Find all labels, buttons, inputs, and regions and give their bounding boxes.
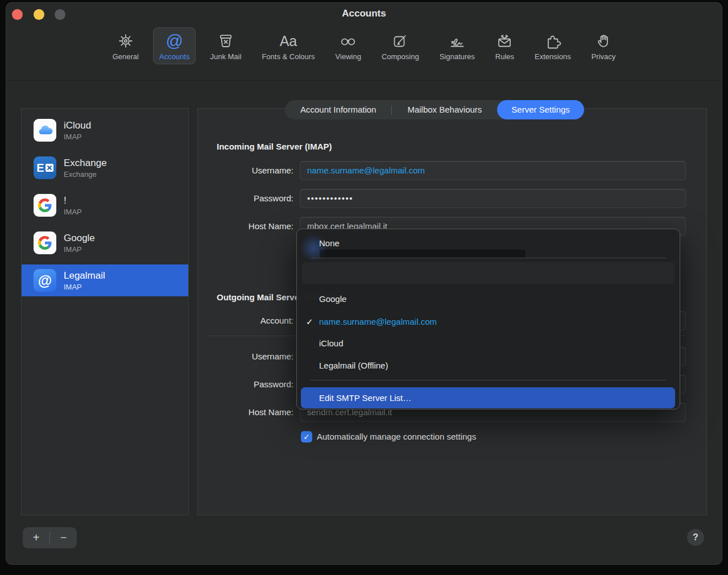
at-icon: @	[166, 31, 183, 51]
toolbar-item-privacy[interactable]: Privacy	[585, 27, 622, 64]
add-remove-control: + −	[23, 527, 77, 548]
gear-icon	[117, 31, 135, 51]
menu-item-google[interactable]: Google	[297, 288, 680, 310]
incoming-hostname-label: Host Name:	[217, 217, 293, 236]
menu-separator	[311, 258, 666, 258]
compose-icon	[391, 31, 410, 51]
menu-item-blank[interactable]	[302, 262, 675, 284]
toolbar-label: Composing	[382, 52, 419, 61]
toolbar-label: Viewing	[336, 52, 361, 61]
toolbar-label: Extensions	[535, 52, 571, 61]
icloud-icon	[34, 119, 56, 142]
settings-tabs: Account Information Mailbox Behaviours S…	[285, 100, 584, 119]
hand-icon	[594, 31, 613, 51]
toolbar-label: Accounts	[159, 52, 189, 61]
check-icon: ✓	[303, 432, 310, 441]
google-icon	[34, 194, 56, 217]
smtp-account-menu: None Google ✓name.surname@legalmail.com …	[296, 229, 680, 409]
toolbar-item-general[interactable]: General	[106, 27, 145, 64]
account-protocol: IMAP	[64, 245, 95, 254]
fonts-aa-icon: Aa	[280, 31, 297, 51]
help-button[interactable]: ?	[687, 529, 704, 546]
toolbar-item-extensions[interactable]: Extensions	[528, 27, 577, 64]
menu-item-legalmail-smtp[interactable]: ✓name.surname@legalmail.com	[297, 311, 680, 333]
add-account-button[interactable]: +	[23, 527, 49, 548]
auto-manage-checkbox[interactable]: ✓	[301, 431, 312, 442]
toolbar-item-viewing[interactable]: Viewing	[329, 27, 367, 64]
account-name: Google	[64, 233, 95, 244]
toolbar-divider	[6, 80, 722, 81]
toolbar-item-rules[interactable]: Rules	[489, 27, 520, 64]
toolbar-label: General	[113, 52, 139, 61]
menu-item-legalmail-offline[interactable]: Legalmail (Offline)	[297, 355, 680, 377]
account-row-gmail-1[interactable]: ! IMAP	[22, 189, 188, 221]
toolbar-label: Privacy	[592, 52, 616, 61]
toolbar-label: Junk Mail	[210, 52, 241, 61]
incoming-section-heading: Incoming Mail Server (IMAP)	[217, 142, 332, 151]
outgoing-username-label: Username:	[217, 347, 293, 366]
account-name: !	[64, 195, 82, 206]
toolbar-label: Rules	[495, 52, 514, 61]
junk-bin-icon	[217, 31, 235, 51]
account-protocol: IMAP	[64, 208, 82, 216]
toolbar-item-signatures[interactable]: Signatures	[433, 27, 481, 64]
toolbar-item-junk-mail[interactable]: Junk Mail	[204, 27, 247, 64]
account-row-legalmail[interactable]: @ Legalmail IMAP	[22, 264, 188, 296]
at-badge-icon: @	[34, 269, 56, 292]
toolbar-item-accounts[interactable]: @ Accounts	[153, 27, 196, 64]
toolbar-item-fonts-colours[interactable]: Aa Fonts & Colours	[255, 27, 321, 64]
account-name: Exchange	[64, 158, 107, 169]
incoming-username-field[interactable]: name.surname@legalmail.com	[300, 161, 686, 180]
account-row-google[interactable]: Google IMAP	[22, 227, 188, 259]
account-protocol: IMAP	[64, 133, 91, 141]
menu-item-icloud[interactable]: iCloud	[297, 333, 680, 354]
glasses-icon	[339, 31, 357, 51]
incoming-password-label: Password:	[217, 189, 293, 208]
google-icon	[34, 231, 56, 254]
account-protocol: IMAP	[64, 283, 105, 291]
incoming-username-label: Username:	[217, 161, 293, 180]
window-title: Accounts	[0, 8, 728, 19]
account-name: iCloud	[64, 120, 91, 131]
account-protocol: Exchange	[64, 170, 107, 179]
rules-envelope-icon	[495, 31, 514, 51]
tab-mailbox-behaviours[interactable]: Mailbox Behaviours	[392, 100, 497, 119]
checkmark-icon: ✓	[306, 311, 317, 333]
toolbar-label: Signatures	[440, 52, 475, 61]
tab-server-settings[interactable]: Server Settings	[497, 100, 584, 119]
exchange-icon: E	[34, 156, 56, 179]
outgoing-account-label: Account:	[217, 311, 293, 330]
tab-account-information[interactable]: Account Information	[285, 100, 391, 119]
screen: Accounts Gene	[0, 0, 728, 575]
toolbar-item-composing[interactable]: Composing	[375, 27, 425, 64]
redacted-entry	[320, 250, 526, 258]
auto-manage-label: Automatically manage connection settings	[317, 431, 476, 442]
account-name: Legalmail	[64, 270, 105, 282]
menu-separator	[311, 380, 666, 380]
toolbar-label: Fonts & Colours	[262, 52, 315, 61]
remove-account-button[interactable]: −	[50, 527, 77, 548]
menu-item-edit-smtp-server-list[interactable]: Edit SMTP Server List…	[301, 387, 675, 408]
account-row-exchange[interactable]: E Exchange Exchange	[22, 152, 188, 184]
accounts-sidebar: iCloud IMAP E Exchange Exchange	[21, 108, 189, 515]
outgoing-password-label: Password:	[217, 375, 293, 394]
outgoing-hostname-label: Host Name:	[217, 403, 293, 422]
signature-icon	[448, 31, 466, 51]
incoming-password-field[interactable]: ••••••••••••	[300, 189, 686, 208]
puzzle-icon	[544, 31, 562, 51]
preferences-toolbar: General @ Accounts Junk Mail Aa Fonts & …	[6, 27, 722, 64]
account-row-icloud[interactable]: iCloud IMAP	[22, 114, 188, 146]
